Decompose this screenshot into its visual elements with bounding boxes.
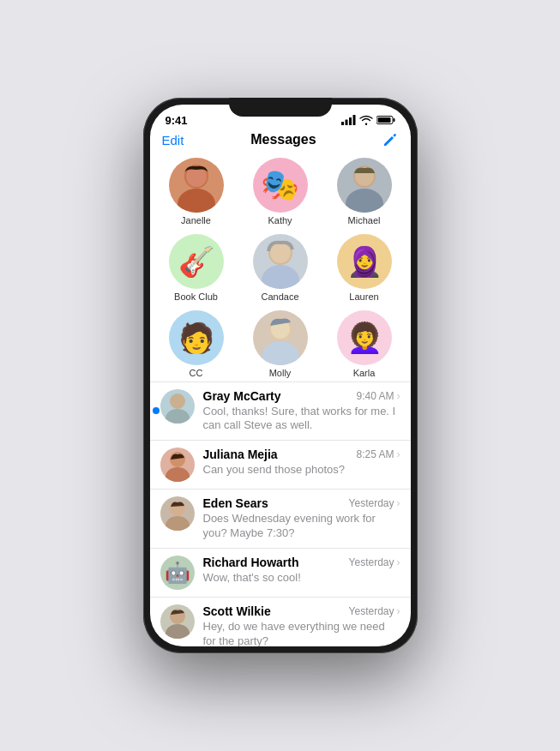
time-row-gray: 9:40 AM › [356, 390, 400, 402]
unread-indicator [153, 407, 160, 414]
message-avatar-eden [160, 496, 195, 531]
time-row-eden: Yesterday › [349, 497, 400, 509]
svg-rect-3 [352, 115, 355, 125]
phone-screen: 9:41 [150, 105, 411, 646]
svg-point-26 [166, 624, 190, 639]
messages-title: Messages [250, 132, 316, 147]
compose-icon [382, 132, 398, 147]
svg-rect-2 [349, 117, 352, 125]
svg-point-17 [262, 341, 299, 365]
svg-point-21 [170, 452, 185, 467]
time-row-richard: Yesterday › [349, 556, 400, 568]
phone-frame: 9:41 [143, 98, 418, 653]
edit-button[interactable]: Edit [162, 133, 184, 147]
svg-point-8 [178, 189, 215, 213]
wifi-icon [359, 115, 373, 125]
svg-point-14 [262, 265, 299, 289]
status-icons [341, 115, 395, 125]
message-item-eden[interactable]: Eden Sears Yesterday › Does Wednesday ev… [150, 490, 411, 549]
message-content-gray: Gray McCarty 9:40 AM › Cool, thanks! Sur… [203, 389, 400, 434]
pinned-contacts-grid: Janelle 🎭 Kathy Michael [150, 153, 411, 382]
message-name-eden: Eden Sears [203, 496, 268, 510]
pinned-name-candace: Candace [261, 291, 298, 302]
message-item-juliana[interactable]: Juliana Mejia 8:25 AM › Can you send tho… [150, 441, 411, 490]
time-row-juliana: 8:25 AM › [356, 448, 400, 460]
avatar-book-club: 🎸 [169, 234, 224, 289]
avatar-candace [253, 234, 308, 289]
nav-bar: Edit Messages [150, 130, 411, 153]
chevron-eden: › [397, 497, 400, 509]
pinned-contact-michael[interactable]: Michael [327, 158, 402, 225]
message-name-richard: Richard Howarth [203, 556, 299, 569]
pinned-name-cc: CC [190, 368, 203, 378]
pinned-name-karla: Karla [353, 368, 376, 378]
status-time: 9:41 [166, 114, 188, 127]
message-time-richard: Yesterday [349, 556, 394, 568]
pinned-contact-molly[interactable]: Molly [243, 310, 318, 378]
avatar-michael [337, 158, 392, 213]
message-header-juliana: Juliana Mejia 8:25 AM › [203, 448, 400, 461]
svg-rect-0 [341, 122, 344, 125]
pinned-contact-candace[interactable]: Candace [243, 234, 318, 302]
svg-rect-6 [377, 117, 390, 123]
message-preview-juliana: Can you send those photos? [203, 463, 400, 478]
chevron-scott: › [397, 605, 400, 617]
avatar-cc: 🧑 [169, 310, 224, 365]
message-name-gray: Gray McCarty [203, 389, 281, 403]
message-list: Gray McCarty 9:40 AM › Cool, thanks! Sur… [150, 382, 411, 647]
pinned-contact-kathy[interactable]: 🎭 Kathy [243, 158, 318, 225]
svg-rect-1 [345, 120, 347, 126]
pinned-contact-book-club[interactable]: 🎸 Book Club [159, 234, 234, 302]
message-time-gray: 9:40 AM [356, 390, 394, 402]
pinned-contact-cc[interactable]: 🧑 CC [159, 310, 234, 378]
battery-icon [376, 115, 395, 125]
pinned-name-lauren: Lauren [349, 291, 378, 302]
avatar-molly [253, 310, 308, 365]
message-avatar-gray [160, 389, 195, 424]
message-avatar-scott [160, 604, 195, 639]
message-item-gray[interactable]: Gray McCarty 9:40 AM › Cool, thanks! Sur… [150, 382, 411, 442]
message-avatar-juliana [160, 448, 195, 482]
avatar-kathy: 🎭 [253, 158, 308, 213]
message-time-eden: Yesterday [349, 497, 394, 509]
message-item-richard[interactable]: 🤖 Richard Howarth Yesterday › Wow, that'… [150, 549, 411, 598]
pinned-contact-lauren[interactable]: 🧕 Lauren [327, 234, 402, 302]
pinned-name-book-club: Book Club [174, 291, 218, 302]
avatar-janelle [169, 158, 224, 213]
time-row-scott: Yesterday › [349, 605, 400, 617]
message-preview-gray: Cool, thanks! Sure, that works for me. I… [203, 405, 400, 434]
message-content-richard: Richard Howarth Yesterday › Wow, that's … [203, 556, 400, 586]
message-preview-eden: Does Wednesday evening work for you? May… [203, 512, 400, 541]
chevron-richard: › [397, 556, 400, 568]
pinned-name-michael: Michael [348, 215, 381, 225]
message-name-scott: Scott Wilkie [203, 604, 271, 618]
avatar-karla: 👩‍🦱 [337, 310, 392, 365]
message-name-juliana: Juliana Mejia [203, 448, 278, 461]
message-header-scott: Scott Wilkie Yesterday › [203, 604, 400, 618]
svg-point-11 [346, 189, 383, 213]
message-time-juliana: 8:25 AM [356, 448, 394, 460]
notch [229, 98, 332, 117]
message-header-richard: Richard Howarth Yesterday › [203, 556, 400, 569]
message-item-scott[interactable]: Scott Wilkie Yesterday › Hey, do we have… [150, 598, 411, 646]
chevron-gray: › [397, 390, 400, 402]
message-preview-scott: Hey, do we have everything we need for t… [203, 620, 400, 646]
pinned-contact-karla[interactable]: 👩‍🦱 Karla [327, 310, 402, 378]
message-header-eden: Eden Sears Yesterday › [203, 496, 400, 510]
svg-point-22 [166, 467, 190, 482]
avatar-lauren: 🧕 [337, 234, 392, 289]
pinned-name-kathy: Kathy [268, 215, 292, 225]
pinned-name-molly: Molly [269, 368, 292, 378]
message-avatar-richard: 🤖 [160, 556, 195, 590]
message-preview-richard: Wow, that's so cool! [203, 571, 400, 586]
chevron-juliana: › [397, 448, 400, 460]
message-content-eden: Eden Sears Yesterday › Does Wednesday ev… [203, 496, 400, 541]
message-time-scott: Yesterday [349, 605, 394, 617]
pinned-name-janelle: Janelle [181, 215, 211, 225]
svg-point-24 [166, 516, 190, 531]
svg-point-15 [270, 243, 291, 263]
compose-button[interactable] [382, 132, 398, 147]
svg-point-20 [166, 409, 190, 424]
svg-point-19 [170, 394, 185, 409]
pinned-contact-janelle[interactable]: Janelle [159, 158, 234, 225]
